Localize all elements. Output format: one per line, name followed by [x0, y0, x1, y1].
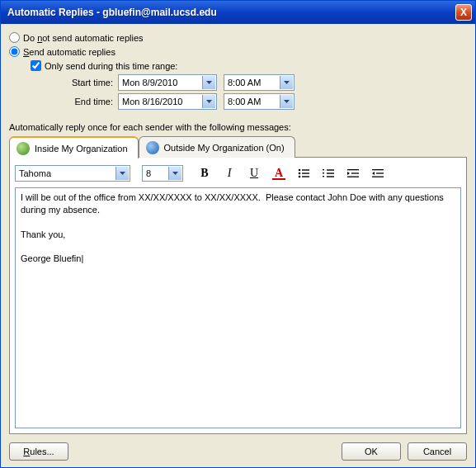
tab-outside-org[interactable]: Outside My Organization (On) [139, 136, 295, 158]
end-time-value: 8:00 AM [228, 97, 261, 106]
tab-panel: Tahoma 8 B I U A [9, 157, 467, 434]
svg-rect-20 [351, 173, 359, 173]
numbered-list-button[interactable] [318, 164, 338, 182]
font-color-button[interactable]: A [269, 164, 289, 182]
start-date-select[interactable]: Mon 8/9/2010 [118, 74, 217, 91]
svg-marker-2 [206, 100, 212, 103]
only-send-label: Only send during this time range: [45, 61, 177, 71]
svg-rect-21 [347, 177, 359, 177]
svg-rect-18 [347, 169, 359, 170]
svg-rect-24 [376, 173, 384, 173]
chevron-down-icon [202, 76, 215, 89]
dialog-window: Automatic Replies - gbluefin@mail.ucsd.e… [0, 0, 476, 468]
font-family-value: Tahoma [19, 168, 51, 178]
svg-rect-22 [372, 169, 384, 170]
rules-button[interactable]: Rules... [9, 442, 68, 461]
cancel-button[interactable]: Cancel [408, 442, 467, 461]
titlebar[interactable]: Automatic Replies - gbluefin@mail.ucsd.e… [1, 1, 475, 24]
svg-rect-15 [327, 173, 334, 173]
tab-inside-label: Inside My Organization [35, 144, 128, 154]
svg-point-10 [299, 176, 301, 178]
bold-button[interactable]: B [195, 164, 214, 182]
reply-caption: Automatically reply once for each sender… [9, 122, 467, 132]
time-range-block: Only send during this time range: Start … [31, 60, 467, 112]
svg-marker-19 [347, 172, 350, 175]
only-send-checkbox[interactable] [31, 60, 41, 71]
message-signature: George Bluefin [21, 253, 83, 263]
decrease-indent-button[interactable] [343, 164, 363, 182]
end-date-value: Mon 8/16/2010 [122, 97, 182, 106]
radio-send[interactable]: Send automatic replies [9, 46, 467, 57]
message-body: I will be out of the office from XX/XX/X… [21, 192, 446, 215]
svg-rect-12 [323, 169, 324, 170]
svg-rect-17 [327, 176, 334, 177]
svg-rect-25 [372, 177, 384, 177]
svg-marker-0 [206, 81, 212, 84]
italic-button[interactable]: I [219, 164, 239, 182]
only-send-range[interactable]: Only send during this time range: [31, 60, 467, 71]
tab-inside-org[interactable]: Inside My Organization [9, 136, 139, 158]
close-icon: X [460, 7, 467, 18]
svg-rect-14 [323, 173, 324, 173]
underline-button[interactable]: U [244, 164, 264, 182]
chevron-down-icon [168, 167, 181, 180]
time-grid: Start time: Mon 8/9/2010 8:00 AM End tim… [47, 74, 467, 110]
start-time-caption: Start time: [47, 78, 113, 87]
svg-marker-5 [172, 172, 178, 175]
svg-rect-13 [327, 169, 334, 170]
tab-outside-label: Outside My Organization (On) [164, 143, 285, 153]
svg-rect-16 [323, 176, 324, 177]
chevron-down-icon [280, 95, 293, 108]
svg-marker-4 [120, 172, 125, 175]
ok-button[interactable]: OK [342, 442, 401, 461]
svg-rect-11 [302, 176, 309, 177]
svg-point-6 [299, 169, 301, 172]
close-button[interactable]: X [455, 4, 472, 21]
bulleted-list-button[interactable] [294, 164, 313, 182]
globe-inside-icon [16, 142, 30, 155]
start-date-value: Mon 8/9/2010 [122, 78, 177, 87]
end-time-select[interactable]: 8:00 AM [224, 93, 295, 110]
increase-indent-button[interactable] [368, 164, 388, 182]
radio-do-not-send-input[interactable] [9, 32, 20, 43]
radio-do-not-send[interactable]: Do not send automatic replies [9, 32, 467, 43]
start-time-select[interactable]: 8:00 AM [224, 74, 295, 91]
font-size-value: 8 [146, 168, 151, 178]
font-size-select[interactable]: 8 [142, 165, 183, 182]
svg-marker-23 [372, 172, 375, 175]
end-time-caption: End time: [47, 97, 113, 106]
message-editor[interactable]: I will be out of the office from XX/XX/X… [15, 187, 461, 428]
tabstrip: Inside My Organization Outside My Organi… [9, 135, 467, 158]
svg-rect-7 [302, 169, 309, 170]
chevron-down-icon [280, 76, 293, 89]
font-family-select[interactable]: Tahoma [15, 165, 130, 182]
chevron-down-icon [202, 95, 215, 108]
svg-rect-9 [302, 173, 309, 173]
svg-marker-1 [284, 81, 290, 84]
start-time-value: 8:00 AM [228, 78, 261, 87]
svg-marker-3 [284, 100, 290, 103]
svg-point-8 [299, 173, 301, 175]
window-title: Automatic Replies - gbluefin@mail.ucsd.e… [7, 7, 455, 18]
radio-send-input[interactable] [9, 46, 20, 57]
client-area: Do not send automatic replies Send autom… [1, 24, 475, 467]
radio-send-label: Send automatic replies [23, 47, 115, 57]
dialog-footer: Rules... OK Cancel [9, 434, 467, 461]
format-toolbar: Tahoma 8 B I U A [15, 163, 461, 184]
end-date-select[interactable]: Mon 8/16/2010 [118, 93, 217, 110]
radio-do-not-send-label: Do not send automatic replies [23, 33, 144, 43]
globe-outside-icon [146, 141, 159, 154]
message-thanks: Thank you, [21, 229, 65, 239]
chevron-down-icon [115, 167, 129, 180]
